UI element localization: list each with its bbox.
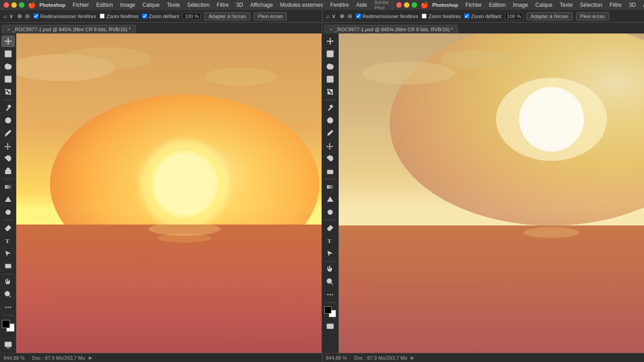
mid-brush[interactable] [323,127,337,139]
spot-heal-tool[interactable] [1,114,15,126]
right-document-tab[interactable]: ✕ _ROC9977-1.psd @ 845% (filtre CR 8 bit… [324,25,458,33]
mid-color-swatches[interactable] [323,305,337,319]
menu-affichage-left[interactable]: Affichage [247,1,277,9]
brush-tool[interactable] [1,127,15,139]
mid-hand[interactable] [323,263,337,275]
zoom-windows-checkbox-left[interactable] [100,14,105,19]
mid-history-brush[interactable] [323,152,337,164]
mid-eraser[interactable] [323,165,337,177]
maximize-button[interactable] [19,2,24,8]
tab-close-right[interactable]: ✕ [329,27,333,32]
zoom-plus-left[interactable]: ⊕ [17,13,22,19]
mid-crop-tool[interactable] [323,86,337,98]
mid-marquee-tool[interactable] [323,48,337,60]
menu-edition-left[interactable]: Edition [92,1,116,9]
menu-fichier-left[interactable]: Fichier [69,1,92,9]
foreground-color-swatch[interactable] [2,320,10,328]
zoom-value-left[interactable] [183,13,201,20]
mid-eyedropper[interactable] [323,102,337,114]
color-swatches[interactable] [1,319,15,333]
dodge-tool[interactable] [1,206,15,218]
mid-path-sel[interactable] [323,248,337,259]
resize-checkbox-left[interactable] [34,14,38,19]
menu-filtre-right[interactable]: Filtre [606,1,625,9]
left-status-arrow[interactable]: ▶ [89,355,92,360]
menu-texte-right[interactable]: Texte [556,1,577,9]
fullscreen-left[interactable]: Plein écran [254,12,287,20]
object-select-tool[interactable] [1,73,15,85]
more-tools[interactable] [1,301,15,313]
mid-gradient[interactable] [323,181,337,193]
resize-checkbox-right[interactable] [356,14,361,19]
blur-tool[interactable] [1,194,15,205]
maximize-button-right[interactable] [412,2,417,8]
menu-3d-right[interactable]: 3D [625,1,639,9]
left-document-tab[interactable]: ✕ _ROC9977-1.psd @ 845% (filtre CR 8 bit… [2,25,136,33]
mid-zoom[interactable] [323,276,337,288]
zoom-scroll-checkbox-right[interactable] [464,14,469,19]
close-button[interactable] [4,2,9,8]
eyedropper-tool[interactable] [1,102,15,114]
menu-filtre-left[interactable]: Filtre [213,1,233,9]
zoom-chevron-right[interactable]: ∨ [332,13,336,19]
mid-blur[interactable] [323,194,337,205]
zoom-value-right[interactable] [505,13,523,20]
move-tool[interactable] [1,35,15,47]
zoom-windows-checkbox-right[interactable] [422,14,427,19]
fit-screen-left[interactable]: Adapter à l'écran [204,12,250,20]
menu-affichage-right[interactable]: Affichage [639,1,644,9]
mid-lasso-tool[interactable] [323,61,337,72]
mid-heal[interactable] [323,114,337,126]
fullscreen-right[interactable]: Plein écran [576,12,609,20]
menu-aide-left[interactable]: Aide [353,1,371,9]
fit-screen-right[interactable]: Adapter à l'écran [527,12,572,20]
menu-fichier-right[interactable]: Fichier [462,1,485,9]
path-selection-tool[interactable] [1,248,15,259]
mid-dodge[interactable] [323,206,337,218]
right-status-arrow[interactable]: ▶ [411,355,414,360]
zoom-minus-left[interactable]: ⊖ [25,13,30,19]
shape-tool[interactable] [1,260,15,272]
menu-texte-left[interactable]: Texte [163,1,184,9]
menu-calque-left[interactable]: Calque [139,1,163,9]
menu-edition-right[interactable]: Edition [485,1,509,9]
menu-selection-left[interactable]: Sélection [183,1,213,9]
mid-clone[interactable] [323,140,337,152]
minimize-button[interactable] [11,2,17,8]
zoom-scroll-checkbox-left[interactable] [142,14,147,19]
menu-image-left[interactable]: Image [116,1,139,9]
pen-tool[interactable] [1,222,15,234]
mid-screen-mode[interactable] [323,321,337,333]
apple-logo-right[interactable]: 🍎 [421,1,428,9]
mid-object-select[interactable] [323,73,337,85]
screen-mode-tool[interactable] [1,339,15,351]
menu-modules-left[interactable]: Modules externes [276,1,327,9]
history-brush-tool[interactable] [1,152,15,164]
gradient-tool[interactable] [1,181,15,193]
marquee-rect-tool[interactable] [1,48,15,60]
mid-fg-swatch[interactable] [324,306,332,314]
zoom-chevron-left[interactable]: ∨ [9,13,14,19]
menu-image-right[interactable]: Image [509,1,532,9]
minimize-button-right[interactable] [404,2,409,8]
mid-more[interactable] [323,289,337,300]
zoom-minus-right[interactable]: ⊖ [347,13,352,19]
tab-close-left[interactable]: ✕ [7,27,10,32]
mid-move-tool[interactable] [323,35,337,47]
apple-logo-left[interactable]: 🍎 [28,1,36,9]
menu-selection-right[interactable]: Sélection [577,1,606,9]
lasso-tool[interactable] [1,61,15,72]
zoom-tool[interactable] [1,289,15,300]
menu-fenetre-left[interactable]: Fenêtre [327,1,352,9]
menu-3d-left[interactable]: 3D [232,1,246,9]
eraser-tool[interactable] [1,165,15,177]
crop-tool[interactable] [1,86,15,98]
mid-pen[interactable] [323,222,337,234]
clone-stamp-tool[interactable] [1,140,15,152]
menu-calque-right[interactable]: Calque [532,1,556,9]
close-button-right[interactable] [396,2,402,8]
hand-tool[interactable] [1,276,15,288]
mid-text[interactable]: T [323,235,337,247]
zoom-plus-right[interactable]: ⊕ [340,13,345,19]
text-tool[interactable]: T [1,235,15,247]
